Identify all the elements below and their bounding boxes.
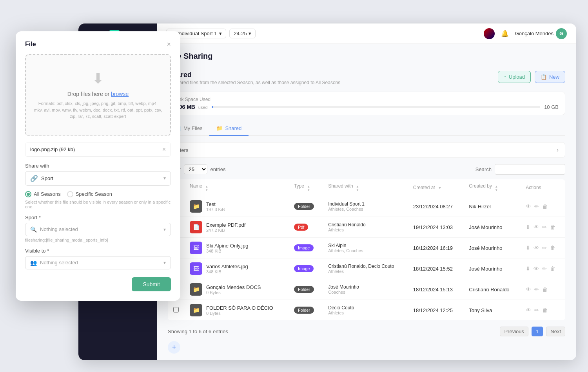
modal-title: File [25, 41, 36, 48]
season-radios: All Seasons Specific Season [25, 191, 171, 197]
visible-search-icon: 👥 [30, 260, 37, 266]
remove-file-button[interactable]: × [162, 146, 166, 153]
submit-button[interactable]: Submit [132, 277, 171, 291]
share-with-label: Share with [25, 163, 171, 169]
visible-value: Nothing selected [40, 260, 163, 265]
share-with-chevron-icon: ▾ [163, 175, 166, 181]
drop-arrow-icon: ⬇ [34, 70, 162, 87]
sport-value: Nothing selected [40, 226, 163, 232]
modal-card: File × ⬇ Drop files here or browse Forma… [16, 31, 180, 301]
sport-hint: filesharing:[file_sharing_modal_sports_i… [25, 238, 171, 242]
modal-close-button[interactable]: × [167, 41, 171, 48]
modal-footer: Submit [25, 277, 171, 291]
visible-dropdown[interactable]: 👥 Nothing selected ▾ [25, 256, 171, 269]
sport-chevron-icon: ▾ [163, 227, 166, 232]
share-with-icon: 🔗 [30, 175, 38, 182]
browse-link[interactable]: browse [111, 91, 129, 97]
share-with-select[interactable]: 🔗 Sport ▾ [25, 171, 171, 186]
share-with-value: Sport [41, 175, 160, 181]
share-with-group: Share with 🔗 Sport ▾ [25, 163, 171, 186]
specific-season-radio[interactable]: Specific Season [67, 191, 112, 197]
uploaded-file: logo.png.zip (92 kb) × [25, 143, 171, 157]
specific-season-radio-circle [67, 191, 73, 197]
all-seasons-radio-dot [27, 193, 30, 196]
sport-dropdown[interactable]: 🔍 Nothing selected ▾ [25, 223, 171, 236]
visible-chevron-icon: ▾ [163, 260, 166, 265]
modal-header: File × [25, 41, 171, 48]
specific-season-label: Specific Season [76, 191, 112, 197]
season-group: All Seasons Specific Season Select wheth… [25, 191, 171, 209]
season-note: Select whether this file should be visib… [25, 200, 171, 209]
all-seasons-label: All Seasons [34, 191, 61, 197]
all-seasons-radio-circle [25, 191, 31, 197]
visible-group: Visible to * 👥 Nothing selected ▾ [25, 248, 171, 269]
modal-overlay: File × ⬇ Drop files here or browse Forma… [0, 0, 588, 372]
uploaded-file-name: logo.png.zip (92 kb) [30, 146, 75, 152]
drop-formats: Formats: pdf, xlsx, xls, jpg, jpeg, png,… [34, 100, 162, 120]
visible-label: Visible to * [25, 248, 171, 254]
drop-text: Drop files here or browse [34, 91, 162, 97]
drop-zone[interactable]: ⬇ Drop files here or browse Formats: pdf… [25, 54, 171, 136]
sport-group: Sport * 🔍 Nothing selected ▾ filesharing… [25, 215, 171, 242]
sport-search-icon: 🔍 [30, 226, 37, 233]
sport-label: Sport * [25, 215, 171, 220]
all-seasons-radio[interactable]: All Seasons [25, 191, 61, 197]
